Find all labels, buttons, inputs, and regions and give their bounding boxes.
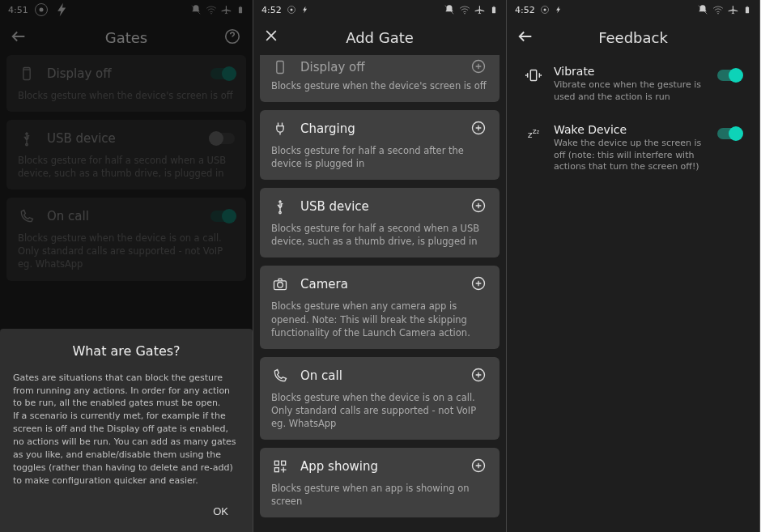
gate-title: On call — [300, 368, 459, 383]
gate-desc: Blocks gesture for half a second when a … — [271, 222, 488, 248]
feedback-toggle[interactable] — [717, 70, 742, 81]
gate-title: Display off — [300, 60, 459, 74]
bolt-icon — [301, 5, 309, 15]
sleep-icon: zzz — [525, 125, 542, 143]
back-button[interactable] — [517, 28, 536, 47]
svg-rect-15 — [493, 6, 495, 7]
svg-rect-33 — [746, 7, 749, 14]
status-time: 4:52 — [515, 5, 535, 15]
dialog-title: What are Gates? — [13, 343, 240, 359]
item-desc: Vibrate once when the gesture is used an… — [554, 79, 706, 104]
target-icon — [540, 5, 550, 15]
gate-title: USB device — [300, 199, 459, 214]
add-gate-button[interactable] — [470, 275, 488, 293]
svg-point-30 — [543, 9, 546, 11]
gate-desc: Blocks gesture when the device's screen … — [271, 79, 488, 92]
status-bar: 4:52 — [253, 0, 506, 19]
battery-icon — [490, 4, 498, 15]
bolt-icon — [555, 5, 563, 15]
svg-rect-26 — [282, 461, 286, 465]
add-gate-button[interactable] — [470, 198, 488, 215]
add-gate-button[interactable] — [470, 458, 488, 475]
svg-point-11 — [290, 9, 292, 11]
gate-title: App showing — [300, 459, 459, 474]
target-icon — [287, 5, 296, 15]
feedback-item[interactable]: zzz Wake Device Wake the device up the s… — [513, 113, 753, 184]
gate-desc: Blocks gesture for half a second after t… — [271, 144, 488, 170]
status-bar: 4:52 — [507, 0, 759, 19]
battery-icon — [743, 4, 751, 15]
feedback-toggle[interactable] — [717, 128, 742, 139]
feedback-item[interactable]: Vibrate Vibrate once when the gesture is… — [513, 55, 753, 113]
apps-icon — [271, 458, 289, 475]
app-bar: Feedback — [507, 19, 759, 55]
gate-card-partial[interactable]: Display off Blocks gesture when the devi… — [260, 55, 500, 102]
gate-card[interactable]: App showing Blocks gesture when an app i… — [260, 448, 500, 517]
bell-off-icon — [444, 4, 455, 15]
gate-desc: Blocks gesture when any camera app is op… — [271, 300, 488, 338]
item-title: Vibrate — [554, 65, 706, 78]
vibrate-icon — [525, 66, 542, 84]
airplane-icon — [474, 4, 486, 15]
item-title: Wake Device — [554, 123, 706, 136]
gate-title: Charging — [300, 121, 459, 136]
gate-card[interactable]: USB device Blocks gesture for half a sec… — [260, 188, 500, 257]
gate-card[interactable]: Charging Blocks gesture for half a secon… — [260, 110, 500, 180]
item-desc: Wake the device up the screen is off (no… — [554, 138, 706, 174]
wifi-icon — [712, 4, 724, 15]
close-button[interactable] — [263, 28, 283, 47]
svg-rect-16 — [277, 62, 283, 74]
gate-card[interactable]: Camera Blocks gesture when any camera ap… — [260, 266, 500, 348]
camera-icon — [271, 275, 289, 293]
wifi-icon — [459, 4, 470, 15]
gate-desc: Blocks gesture when an app is showing on… — [271, 482, 488, 508]
dialog-ok-button[interactable]: OK — [202, 500, 240, 522]
dialog-body: Gates are situations that can block the … — [13, 372, 240, 487]
svg-rect-35 — [530, 70, 536, 81]
svg-rect-25 — [274, 461, 278, 465]
airplane-icon — [728, 4, 739, 15]
add-gate-button[interactable] — [470, 120, 488, 138]
svg-rect-14 — [492, 7, 495, 14]
svg-rect-27 — [274, 468, 278, 472]
display-icon — [271, 58, 289, 76]
gate-title: Camera — [300, 277, 459, 292]
add-gate-button[interactable] — [470, 367, 488, 385]
svg-point-13 — [464, 13, 465, 14]
add-gate-button[interactable] — [470, 58, 488, 76]
app-bar: Add Gate — [253, 19, 506, 55]
status-time: 4:52 — [261, 5, 282, 15]
page-title: Add Gate — [283, 29, 477, 46]
gate-card[interactable]: On call Blocks gesture when the device i… — [260, 357, 500, 440]
phone-icon — [271, 367, 289, 385]
svg-point-32 — [717, 13, 718, 14]
page-title: Feedback — [536, 29, 730, 46]
svg-point-22 — [278, 283, 283, 288]
dialog-overlay[interactable]: What are Gates? Gates are situations tha… — [0, 0, 253, 532]
plug-icon — [271, 120, 289, 138]
usb-icon — [271, 198, 289, 215]
what-are-gates-dialog: What are Gates? Gates are situations tha… — [0, 329, 253, 532]
gate-desc: Blocks gesture when the device is on a c… — [271, 391, 488, 430]
bell-off-icon — [697, 4, 708, 15]
svg-rect-34 — [746, 6, 748, 7]
